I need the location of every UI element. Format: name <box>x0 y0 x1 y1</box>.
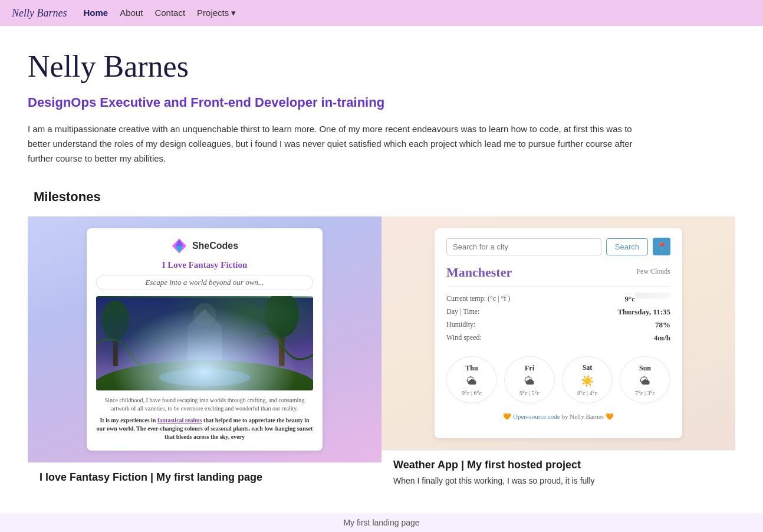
forecast-sun-day: Sun <box>639 364 651 373</box>
temp-label: Current temp: (°c | °f ) <box>446 294 510 304</box>
weather-header: Manchester Few Clouds <box>446 265 670 280</box>
dropdown-arrow-icon: ▾ <box>231 8 236 18</box>
milestones-heading: Milestones <box>28 189 735 205</box>
nav-item-projects[interactable]: Projects ▾ <box>197 8 236 18</box>
card-left-body: SheCodes I Love Fantasy Fiction Escape i… <box>28 216 382 462</box>
projects-label: Projects <box>197 8 229 18</box>
nav-item-contact[interactable]: Contact <box>154 8 185 18</box>
humidity-value: 78% <box>655 320 670 330</box>
card-right-caption: When I finally got this working, I was s… <box>393 475 723 487</box>
svg-point-4 <box>96 360 313 390</box>
weather-day: Day | Time: Thursday, 11:35 <box>446 306 670 318</box>
svg-marker-10 <box>188 309 222 326</box>
weather-city-input[interactable] <box>446 238 601 255</box>
main-content: Nelly Barnes DesignOps Executive and Fro… <box>10 26 753 507</box>
forecast-sat-temps: 8°c | 4°c <box>577 390 597 396</box>
humidity-label: Humidity: <box>446 320 475 330</box>
nav-link-contact[interactable]: Contact <box>154 8 185 18</box>
nav-link-home[interactable]: Home <box>83 8 108 18</box>
shecodes-brand-name: SheCodes <box>192 241 238 251</box>
forecast-thu: Thu 🌥 9°c | 6°c <box>446 356 497 403</box>
forecast-sun: Sun 🌥 7°c | 3°c <box>620 356 670 403</box>
svg-point-6 <box>101 301 130 341</box>
wind-label: Wind speed: <box>446 333 482 343</box>
forecast-sat-day: Sat <box>583 363 593 372</box>
nav-link-projects[interactable]: Projects ▾ <box>197 8 236 18</box>
weather-location-button[interactable]: 📍 <box>653 238 670 255</box>
weather-search-row: Search 📍 <box>446 238 670 255</box>
card-right-title: Weather App | My first hosted project <box>393 459 723 471</box>
card-right-body: Search 📍 Manchester Few Clouds ⛅ <box>382 216 735 450</box>
open-source-link[interactable]: Open-source code <box>513 413 560 420</box>
card-left-title: I love Fantasy Fiction | My first landin… <box>40 471 370 484</box>
weather-current-icon: ⛅ <box>635 293 670 298</box>
shecodes-tagline: Escape into a world beyond our own... <box>96 275 313 290</box>
svg-rect-9 <box>188 326 222 360</box>
svg-point-12 <box>193 304 216 327</box>
forecast-fri-icon: 🌥 <box>524 375 535 387</box>
weather-condition: Few Clouds <box>636 267 670 276</box>
fantasy-svg <box>96 296 313 390</box>
page-title: Nelly Barnes <box>28 50 735 83</box>
card-left: SheCodes I Love Fantasy Fiction Escape i… <box>28 216 382 495</box>
nav-item-about[interactable]: About <box>120 8 143 18</box>
svg-point-11 <box>159 369 251 386</box>
location-pin-icon: 📍 <box>657 242 667 251</box>
shecodes-project-title: I Love Fantasy Fiction <box>96 260 313 270</box>
forecast-fri-temps: 9°c | 5°c <box>519 390 540 396</box>
shecodes-diamond-icon <box>171 238 188 254</box>
weather-humidity: Humidity: 78% <box>446 318 670 331</box>
nav-link-about[interactable]: About <box>120 8 143 18</box>
subtitle: DesignOps Executive and Front-end Develo… <box>28 95 735 110</box>
weather-credit: 🧡 Open-source code by Nelly Barnes 🧡 <box>446 413 670 421</box>
shecodes-desc2: It is my experiences in fantastical real… <box>96 416 313 441</box>
temp-value: 9°c <box>625 294 635 304</box>
nav-brand[interactable]: Nelly Barnes <box>12 7 67 19</box>
forecast-sat: Sat ☀️ 8°c | 4°c <box>562 356 613 403</box>
shecodes-logo: SheCodes <box>96 238 313 254</box>
card-right-footer: Weather App | My first hosted project Wh… <box>382 450 735 495</box>
shecodes-fantasy-image <box>96 296 313 390</box>
forecast-sun-temps: 7°c | 3°c <box>635 390 655 396</box>
forecast-fri: Fri 🌥 9°c | 5°c <box>504 356 555 403</box>
weather-inner-card: Search 📍 Manchester Few Clouds ⛅ <box>435 228 682 438</box>
wind-value: 4m/h <box>654 333 670 343</box>
weather-temp: Current temp: (°c | °f ) 9°c <box>446 293 635 306</box>
svg-point-8 <box>265 296 299 337</box>
nav-links: Home About Contact Projects ▾ <box>83 8 236 18</box>
weather-temp-row: ⛅ Current temp: (°c | °f ) 9°c Day | Tim… <box>446 293 670 344</box>
forecast-thu-icon: 🌥 <box>466 375 477 387</box>
day-value: Thursday, 11:35 <box>617 307 670 317</box>
forecast-fri-day: Fri <box>525 364 534 373</box>
shecodes-inner-card: SheCodes I Love Fantasy Fiction Escape i… <box>87 228 323 451</box>
navbar: Nelly Barnes Home About Contact Projects… <box>0 0 763 26</box>
weather-forecast: Thu 🌥 9°c | 6°c Fri 🌥 9°c | 5°c Sat ☀️ <box>446 356 670 403</box>
card-right: Search 📍 Manchester Few Clouds ⛅ <box>382 216 735 495</box>
day-label: Day | Time: <box>446 307 479 317</box>
milestone-cards: SheCodes I Love Fantasy Fiction Escape i… <box>28 216 735 495</box>
svg-rect-5 <box>113 321 118 366</box>
fantastical-realms-link[interactable]: fantastical realms <box>157 417 202 423</box>
shecodes-desc1: Since childhood, I have found escaping i… <box>96 396 313 413</box>
forecast-thu-day: Thu <box>465 364 478 373</box>
forecast-sat-icon: ☀️ <box>581 375 594 387</box>
forecast-sun-icon: 🌥 <box>640 375 650 387</box>
card-left-footer: I love Fantasy Fiction | My first landin… <box>28 462 382 495</box>
nav-item-home[interactable]: Home <box>83 8 108 18</box>
svg-rect-7 <box>279 315 285 366</box>
svg-rect-3 <box>96 298 313 389</box>
intro-text: I am a multipassionate creative with an … <box>28 122 647 166</box>
forecast-thu-temps: 9°c | 6°c <box>462 390 482 396</box>
weather-wind: Wind speed: 4m/h <box>446 331 670 344</box>
weather-search-button[interactable]: Search <box>606 238 648 255</box>
